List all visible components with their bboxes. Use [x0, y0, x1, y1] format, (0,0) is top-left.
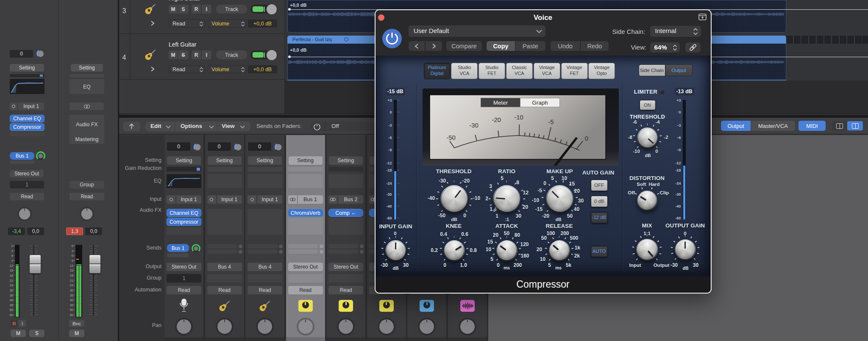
svg-text:Graph: Graph: [532, 100, 548, 106]
svg-text:Meter: Meter: [493, 100, 508, 106]
